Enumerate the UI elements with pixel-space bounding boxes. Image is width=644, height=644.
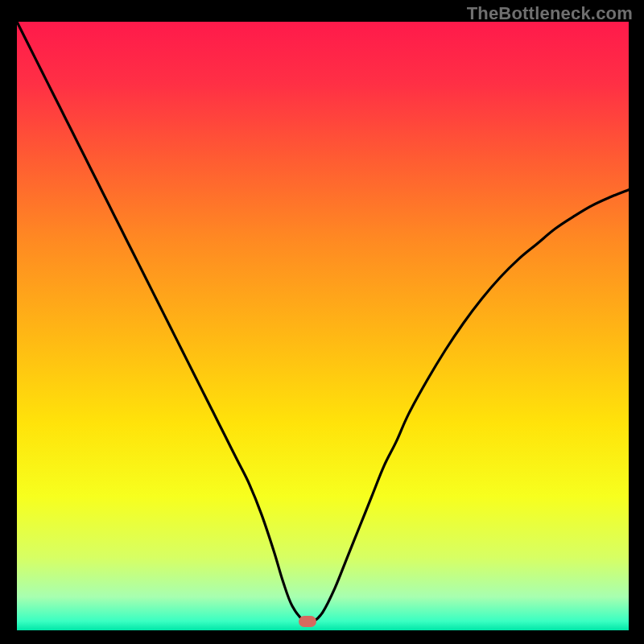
- gradient-background: [17, 22, 629, 630]
- plot-area: [17, 22, 629, 630]
- watermark-text: TheBottleneck.com: [467, 3, 633, 24]
- chart-frame: TheBottleneck.com: [0, 0, 644, 644]
- plot-inner: [17, 22, 629, 630]
- plot-svg: [17, 22, 629, 630]
- optimum-marker: [299, 616, 316, 627]
